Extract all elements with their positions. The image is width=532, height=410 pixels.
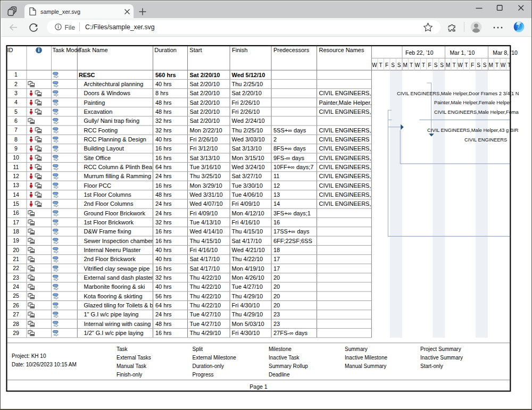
svg-text:Ground Floor Brickwork: Ground Floor Brickwork [84, 210, 146, 216]
svg-text:23: 23 [13, 274, 19, 281]
svg-text:W: W [372, 62, 377, 68]
svg-text:W: W [415, 62, 420, 68]
svg-text:Inactive Milestone: Inactive Milestone [345, 355, 387, 361]
svg-text:10FF+∞ days;7: 10FF+∞ days;7 [273, 164, 313, 170]
svg-text:Thu 4/22/10: Thu 4/22/10 [190, 274, 221, 281]
svg-text:Thu 4/22/10: Thu 4/22/10 [232, 256, 263, 262]
svg-text:40 hrs: 40 hrs [155, 81, 172, 87]
svg-text:Wed 4/07/10: Wed 4/07/10 [190, 200, 223, 207]
svg-text:16 hrs: 16 hrs [155, 145, 172, 152]
svg-text:Progress: Progress [193, 372, 214, 378]
svg-text:Site Office: Site Office [84, 155, 111, 161]
svg-text:20: 20 [273, 293, 280, 299]
svg-text:23: 23 [273, 321, 280, 327]
svg-text:13: 13 [273, 191, 280, 198]
svg-text:Mon 4/19/10: Mon 4/19/10 [232, 265, 264, 272]
svg-text:Sat 4/17/10: Sat 4/17/10 [190, 265, 220, 272]
svg-text:2nd Floor Brickwork: 2nd Floor Brickwork [84, 256, 136, 262]
svg-text:Page 1: Page 1 [250, 383, 267, 390]
svg-text:Thu 3/25/10: Thu 3/25/10 [190, 173, 221, 179]
svg-text:Sat 3/27/10: Sat 3/27/10 [232, 173, 262, 179]
svg-text:Start-only: Start-only [420, 363, 443, 369]
svg-text:Sewer Inspection chamber: Sewer Inspection chamber [84, 238, 154, 244]
svg-text:Painter,Male Helper,Female: Painter,Male Helper,Female [319, 99, 392, 106]
svg-text:17: 17 [273, 265, 280, 272]
svg-text:External Milestone: External Milestone [193, 355, 237, 361]
svg-text:Tue 4/27/10: Tue 4/27/10 [190, 321, 221, 327]
svg-text:3: 3 [14, 90, 18, 96]
svg-text:Tue 4/27/10: Tue 4/27/10 [232, 283, 263, 290]
svg-text:T: T [379, 62, 383, 68]
svg-text:26: 26 [13, 302, 19, 308]
svg-text:Project Summary: Project Summary [420, 346, 461, 352]
svg-text:24 hrs: 24 hrs [155, 210, 172, 216]
svg-text:Milestone: Milestone [269, 346, 292, 352]
svg-text:23: 23 [273, 311, 280, 317]
svg-text:Sat 4/17/10: Sat 4/17/10 [232, 238, 262, 244]
svg-text:F: F [385, 62, 388, 68]
svg-text:48 hrs: 48 hrs [155, 321, 172, 327]
svg-text:Gully/ Nani trap fixing: Gully/ Nani trap fixing [84, 118, 140, 124]
svg-text:Murrum filling & Ramming: Murrum filling & Ramming [84, 173, 152, 179]
svg-text:T: T [465, 62, 468, 68]
svg-text:Start: Start [189, 47, 202, 53]
svg-text:18: 18 [13, 228, 19, 235]
svg-text:18: 18 [273, 247, 280, 253]
svg-text:T: T [410, 62, 413, 68]
svg-text:Architechtural planning: Architechtural planning [84, 81, 144, 87]
svg-text:RCC Footing: RCC Footing [84, 127, 118, 133]
svg-text:8: 8 [14, 136, 18, 143]
svg-text:Sat 2/20/10: Sat 2/20/10 [190, 99, 220, 106]
svg-text:Sat 2/20/10: Sat 2/20/10 [190, 90, 220, 96]
svg-text:40 hrs: 40 hrs [155, 283, 172, 290]
svg-text:Tue 4/06/10: Tue 4/06/10 [232, 191, 263, 198]
svg-text:Fri 3/12/10: Fri 3/12/10 [190, 145, 218, 152]
svg-text:29: 29 [13, 330, 19, 336]
svg-text:8FS+∞ days: 8FS+∞ days [273, 145, 306, 152]
svg-text:Sat 3/13/10: Sat 3/13/10 [232, 145, 262, 152]
svg-text:4: 4 [14, 99, 18, 105]
svg-text:19: 19 [13, 237, 19, 244]
svg-text:Task Name: Task Name [79, 47, 108, 53]
svg-text:S: S [440, 62, 444, 68]
svg-text:Thu 4/15/10: Thu 4/15/10 [232, 228, 263, 235]
svg-text:11: 11 [273, 173, 279, 179]
svg-text:Sat 4/17/10: Sat 4/17/10 [190, 256, 220, 262]
svg-text:20: 20 [273, 274, 280, 281]
svg-text:16 hrs: 16 hrs [155, 228, 172, 235]
svg-text:Inactive Summary: Inactive Summary [420, 355, 463, 361]
svg-text:Wed 3/24/10: Wed 3/24/10 [232, 164, 265, 170]
svg-text:Fri 4/30/10: Fri 4/30/10 [232, 302, 260, 308]
svg-text:12: 12 [13, 173, 19, 179]
svg-text:5: 5 [14, 108, 18, 115]
svg-text:3FS+∞ days;1: 3FS+∞ days;1 [273, 210, 311, 216]
svg-text:Deadline: Deadline [269, 372, 290, 378]
svg-text:Date: 10/26/2023 10:15 AM: Date: 10/26/2023 10:15 AM [12, 362, 77, 367]
svg-text:2nd Floor Columns: 2nd Floor Columns [84, 200, 134, 207]
svg-text:Resource Names: Resource Names [319, 47, 364, 53]
svg-text:Sat 2/20/10: Sat 2/20/10 [190, 118, 220, 124]
svg-text:Wed 4/21/10: Wed 4/21/10 [232, 247, 265, 253]
svg-text:40 hrs: 40 hrs [155, 256, 172, 262]
svg-text:Fri 4/30/10: Fri 4/30/10 [232, 330, 260, 336]
svg-text:S: S [397, 62, 401, 68]
svg-text:28: 28 [13, 321, 19, 327]
svg-text:RCC Planning & Design: RCC Planning & Design [84, 136, 146, 143]
svg-text:32 hrs: 32 hrs [155, 118, 172, 124]
svg-text:ID: ID [7, 47, 13, 53]
svg-text:Thu 4/29/10: Thu 4/29/10 [232, 311, 263, 317]
svg-text:24 hrs: 24 hrs [155, 311, 172, 317]
svg-text:Fri 2/26/10: Fri 2/26/10 [232, 99, 260, 106]
svg-text:16 hrs: 16 hrs [155, 155, 172, 161]
svg-text:1: 1 [14, 71, 18, 78]
svg-text:Mon 2/22/10: Mon 2/22/10 [190, 127, 222, 133]
svg-text:2: 2 [14, 81, 18, 87]
svg-text:D&W Frame fixing: D&W Frame fixing [84, 228, 131, 235]
svg-text:Painting: Painting [84, 99, 105, 106]
svg-text:9: 9 [14, 145, 18, 152]
svg-text:9FS-∞ days: 9FS-∞ days [273, 155, 304, 161]
svg-text:Mon 3/29/10: Mon 3/29/10 [190, 182, 222, 189]
svg-text:Internal Neeru Plaster: Internal Neeru Plaster [84, 247, 141, 253]
svg-text:Tue 4/13/10: Tue 4/13/10 [190, 219, 221, 225]
svg-text:Mar 8, ’10: Mar 8, ’10 [493, 49, 518, 56]
